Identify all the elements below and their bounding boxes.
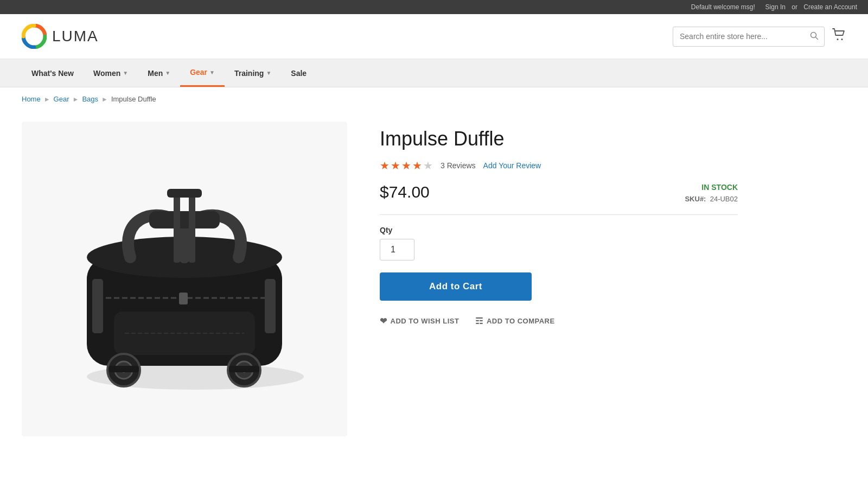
stock-status: IN STOCK: [685, 183, 738, 192]
svg-line-2: [816, 37, 818, 39]
sku-value: 24-UB02: [710, 195, 738, 203]
header-right: [673, 27, 846, 47]
header: LUMA: [0, 14, 868, 59]
add-to-cart-button[interactable]: Add to Cart: [380, 272, 532, 301]
product-title: Impulse Duffle: [380, 127, 738, 150]
qty-section: Qty: [380, 226, 738, 261]
cart-icon: [832, 28, 846, 41]
luma-logo-icon: [22, 24, 47, 49]
nav-item-gear[interactable]: Gear ▼: [180, 59, 225, 87]
svg-rect-24: [174, 192, 180, 263]
nav-item-men[interactable]: Men ▼: [138, 60, 180, 86]
price-row: $74.00 IN STOCK SKU#: 24-UB02: [380, 183, 738, 215]
or-text: or: [788, 3, 801, 11]
create-account-link[interactable]: Create an Account: [803, 3, 857, 11]
search-bar: [673, 27, 825, 47]
reviews-count: 3 Reviews: [441, 161, 476, 170]
cart-button[interactable]: [832, 28, 846, 45]
add-to-wishlist-label: ADD TO WISH LIST: [391, 317, 459, 325]
breadcrumb-sep-3: ►: [101, 96, 108, 103]
compare-icon: ☶: [475, 316, 483, 326]
svg-rect-23: [229, 366, 259, 372]
breadcrumb-bags[interactable]: Bags: [82, 95, 98, 103]
sku-info: SKU#: 24-UB02: [685, 195, 738, 203]
product-price: $74.00: [380, 183, 430, 201]
search-input[interactable]: [673, 28, 805, 45]
welcome-message: Default welcome msg!: [691, 3, 755, 11]
chevron-down-icon: ▼: [209, 69, 215, 75]
product-page: Impulse Duffle ★ ★ ★ ★ ★ 3 Reviews Add Y…: [0, 111, 760, 458]
breadcrumb-current: Impulse Duffle: [111, 95, 156, 103]
add-to-wishlist-link[interactable]: ❤ ADD TO WISH LIST: [380, 316, 459, 326]
main-nav: What's New Women ▼ Men ▼ Gear ▼ Training…: [0, 59, 868, 87]
svg-rect-25: [189, 192, 195, 263]
star-4: ★: [412, 159, 422, 172]
star-3: ★: [401, 159, 411, 172]
nav-item-sale[interactable]: Sale: [281, 60, 316, 86]
breadcrumb-home[interactable]: Home: [22, 95, 41, 103]
search-icon: [810, 31, 819, 40]
sku-label: SKU#:: [685, 195, 706, 203]
logo-text: LUMA: [52, 28, 99, 45]
svg-rect-11: [179, 293, 188, 304]
chevron-down-icon: ▼: [266, 70, 271, 76]
add-review-link[interactable]: Add Your Review: [483, 161, 541, 170]
breadcrumb-gear[interactable]: Gear: [54, 95, 69, 103]
nav-item-whats-new[interactable]: What's New: [22, 60, 84, 86]
product-image-svg: [43, 138, 326, 420]
qty-label: Qty: [380, 226, 738, 234]
svg-rect-22: [108, 366, 139, 372]
heart-icon: ❤: [380, 316, 387, 326]
product-info: Impulse Duffle ★ ★ ★ ★ ★ 3 Reviews Add Y…: [380, 122, 738, 436]
wishlist-compare-row: ❤ ADD TO WISH LIST ☶ ADD TO COMPARE: [380, 316, 738, 326]
chevron-down-icon: ▼: [123, 70, 128, 76]
stock-sku: IN STOCK SKU#: 24-UB02: [685, 183, 738, 204]
nav-item-training[interactable]: Training ▼: [225, 60, 281, 86]
logo-area[interactable]: LUMA: [22, 24, 99, 49]
svg-rect-26: [167, 189, 202, 198]
separator-1: [760, 3, 763, 11]
product-image-area: [22, 122, 347, 436]
svg-rect-9: [149, 211, 220, 228]
nav-item-women[interactable]: Women ▼: [84, 60, 138, 86]
star-rating: ★ ★ ★ ★ ★: [380, 159, 433, 172]
svg-point-3: [837, 39, 839, 40]
svg-point-4: [841, 39, 843, 40]
search-button[interactable]: [805, 27, 824, 46]
star-5: ★: [423, 159, 433, 172]
svg-rect-15: [265, 279, 276, 333]
add-to-compare-link[interactable]: ☶ ADD TO COMPARE: [475, 316, 554, 326]
sign-in-link[interactable]: Sign In: [765, 3, 786, 11]
breadcrumb: Home ► Gear ► Bags ► Impulse Duffle: [0, 87, 868, 111]
qty-input[interactable]: [380, 239, 414, 261]
product-image: [22, 122, 347, 436]
chevron-down-icon: ▼: [165, 70, 170, 76]
rating-row: ★ ★ ★ ★ ★ 3 Reviews Add Your Review: [380, 159, 738, 172]
top-bar: Default welcome msg! Sign In or Create a…: [0, 0, 868, 14]
svg-rect-14: [92, 279, 103, 333]
star-2: ★: [391, 159, 400, 172]
breadcrumb-sep-2: ►: [72, 96, 79, 103]
star-1: ★: [380, 159, 390, 172]
breadcrumb-sep-1: ►: [44, 96, 50, 103]
add-to-compare-label: ADD TO COMPARE: [487, 317, 555, 325]
